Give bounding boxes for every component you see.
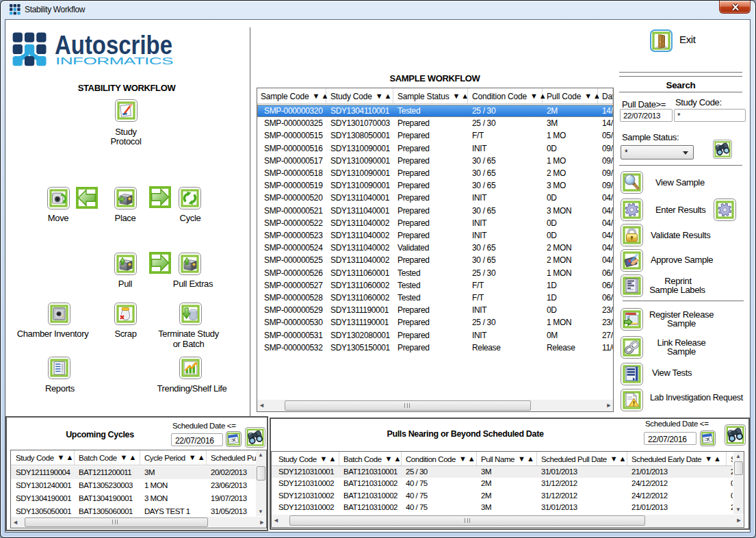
svg-text:INFORMATICS: INFORMATICS (55, 55, 173, 66)
